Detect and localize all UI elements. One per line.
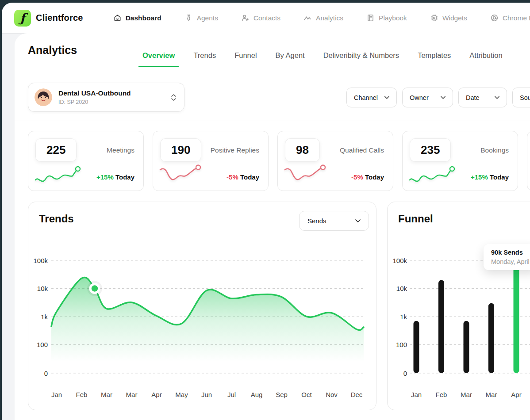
funnel-card: Funnel 90k Sends Monday, April 100k10k1k… (387, 202, 530, 410)
stat-value: 98 (285, 138, 320, 162)
stat-value: 190 (160, 138, 201, 162)
nav-item-widgets[interactable]: Widgets (430, 14, 467, 22)
x-tick-label: Oct (301, 391, 312, 398)
y-tick-label: 1k (41, 313, 48, 321)
stat-change-suffix: Today (115, 173, 134, 181)
funnel-bar-jan[interactable] (414, 321, 419, 373)
x-tick-label: Apr (511, 391, 521, 398)
funnel-bar-apr[interactable] (514, 262, 519, 373)
tab-templates[interactable]: Templates (414, 44, 455, 67)
nav-item-label: Widgets (442, 14, 467, 22)
nav-item-label: Contacts (253, 14, 280, 22)
nav-item-label: Chrome Ext (503, 14, 530, 22)
nav-item-label: Agents (197, 14, 218, 22)
stat-label: Qualified Calls (340, 146, 384, 154)
stat-cards-row: 225Meetings+15% Today190Positive Replies… (28, 131, 530, 191)
top-nav: ƒ Clientforce Dashboard Agents Contacts … (2, 3, 530, 33)
grid: 100k10k1k1000 (392, 257, 530, 377)
x-tick-label: Jan (411, 391, 422, 398)
nav-item-label: Analytics (316, 14, 343, 22)
funnel-bar-mar[interactable] (464, 321, 469, 373)
nav-item-chrome-ext[interactable]: Chrome Ext (490, 14, 530, 22)
filter-date[interactable]: Date (458, 88, 507, 107)
select-updown-icon (171, 94, 176, 101)
sparkline-up-icon (408, 163, 460, 186)
x-tick-label: Nov (326, 391, 338, 398)
nav-item-analytics[interactable]: Analytics (303, 14, 343, 22)
x-tick-label: Jul (227, 391, 236, 398)
x-tick-label: Mar (101, 391, 112, 398)
y-tick-label: 10k (396, 285, 407, 292)
home-icon (113, 14, 122, 22)
campaign-selector[interactable]: Dental USA-Outbound ID: SP 2020 (28, 83, 184, 112)
nav-items: Dashboard Agents Contacts Analytics Play… (113, 14, 530, 22)
nav-item-dashboard[interactable]: Dashboard (113, 14, 161, 22)
chip-icon (430, 14, 438, 22)
clientforce-logo-icon: ƒ (14, 10, 31, 27)
nav-item-label: Playbook (379, 14, 407, 22)
chevron-down-icon (384, 96, 389, 99)
funnel-bar-mar[interactable] (488, 303, 494, 373)
stat-change-suffix: Today (490, 173, 509, 181)
filter-label: Owner (410, 94, 429, 101)
filter-label: Date (466, 94, 480, 101)
x-tick-label: Sep (276, 391, 288, 398)
brand-name: Clientforce (36, 13, 83, 23)
chevron-down-icon (495, 96, 499, 99)
x-tick-label: Feb (436, 391, 447, 398)
funnel-tooltip: 90k Sends Monday, April (484, 244, 530, 270)
x-tick-label: Mar (126, 391, 138, 398)
stat-change-suffix: Today (365, 173, 384, 181)
nav-item-contacts[interactable]: Contacts (241, 14, 280, 22)
pulse-icon (303, 14, 312, 22)
chevron-down-icon (441, 96, 446, 99)
stat-change: -5% Today (351, 173, 384, 181)
stat-change: +15% Today (471, 173, 509, 181)
filter-owner[interactable]: Owner (402, 88, 453, 107)
campaign-name: Dental USA-Outbound (58, 89, 171, 97)
book-icon (366, 14, 375, 22)
stat-card-qualified-calls: 98Qualified Calls-5% Today (277, 131, 393, 191)
stat-card-bookings: 235Bookings+15% Today (402, 131, 518, 191)
stat-label: Positive Replies (211, 146, 259, 154)
stat-change: -5% Today (227, 173, 259, 181)
x-tick-label: Jan (51, 391, 62, 398)
tab-funnel[interactable]: Funnel (230, 44, 261, 67)
campaign-avatar (35, 88, 52, 106)
tie-icon (184, 14, 193, 22)
tab-overview[interactable]: Overview (138, 44, 179, 67)
filter-source[interactable]: Source (512, 88, 530, 107)
x-tick-label: Mar (461, 391, 472, 398)
app-window: ƒ Clientforce Dashboard Agents Contacts … (2, 3, 530, 420)
trends-highlight-marker (87, 281, 102, 296)
y-tick-label: 100 (37, 341, 48, 348)
funnel-bar-feb[interactable] (438, 280, 444, 373)
x-tick-label: Mar (486, 391, 497, 398)
tooltip-subtitle: Monday, April (491, 258, 530, 265)
sparkline-down-icon (283, 163, 335, 186)
stat-card-positive-replies: 190Positive Replies-5% Today (153, 131, 269, 191)
filter-bar: ChannelOwnerDateSource (346, 88, 530, 107)
x-tick-label: May (175, 391, 188, 398)
filter-channel[interactable]: Channel (346, 88, 397, 107)
tab-attribution[interactable]: Attribution (465, 44, 506, 67)
x-tick-label: Aug (251, 391, 263, 398)
tab-deliveribilty-numbers[interactable]: Deliveribilty & Numbers (319, 44, 403, 67)
y-tick-label: 10k (37, 285, 48, 292)
filter-label: Channel (354, 94, 378, 101)
nav-item-agents[interactable]: Agents (184, 14, 218, 22)
section-divider (15, 121, 530, 121)
trends-card: Trends Sends 100k10k1k1000JanFebMarMarAp… (28, 202, 376, 410)
nav-item-playbook[interactable]: Playbook (366, 14, 407, 22)
stat-label: Meetings (107, 146, 134, 154)
main-panel: Analytics OverviewTrendsFunnelBy AgentDe… (15, 33, 530, 420)
tooltip-title: 90k Sends (491, 249, 530, 256)
person-star-icon (241, 14, 250, 22)
tab-trends[interactable]: Trends (189, 44, 220, 67)
tab-by-agent[interactable]: By Agent (272, 44, 309, 67)
page-title: Analytics (28, 44, 77, 57)
sparkline-up-icon (34, 163, 86, 186)
y-tick-label: 100k (392, 257, 407, 264)
brand-logo: ƒ Clientforce (14, 10, 83, 27)
filter-label: Source (520, 94, 530, 101)
